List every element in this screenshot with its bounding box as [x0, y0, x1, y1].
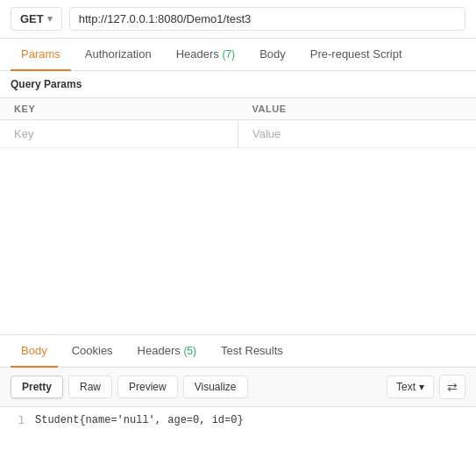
line-number: 1 [11, 414, 25, 444]
key-cell[interactable]: Key [0, 120, 238, 148]
raw-button[interactable]: Raw [68, 376, 112, 398]
code-content: Student{name='null', age=0, id=0} [35, 414, 244, 444]
method-select[interactable]: GET ▾ [11, 7, 62, 31]
response-tab-headers[interactable]: Headers (5) [127, 335, 207, 368]
format-bar: Pretty Raw Preview Visualize Text ▾ ⇄ [0, 368, 476, 407]
table-row: Key Value [0, 120, 476, 148]
middle-space [0, 148, 476, 334]
chevron-down-icon: ▾ [419, 381, 424, 393]
params-table: KEY VALUE Key Value [0, 97, 476, 148]
code-area: 1 Student{name='null', age=0, id=0} [0, 407, 476, 451]
response-tab-body[interactable]: Body [11, 335, 58, 368]
tab-body[interactable]: Body [249, 39, 296, 71]
chevron-down-icon: ▾ [47, 13, 53, 25]
pretty-button[interactable]: Pretty [11, 376, 63, 398]
tab-params[interactable]: Params [11, 39, 71, 71]
method-label: GET [20, 12, 44, 25]
response-tab-testresults[interactable]: Test Results [210, 335, 294, 368]
type-select[interactable]: Text ▾ [387, 376, 434, 398]
preview-button[interactable]: Preview [117, 376, 178, 398]
value-cell[interactable]: Value [238, 120, 477, 148]
tab-prerequest[interactable]: Pre-request Script [300, 39, 413, 71]
wrap-button[interactable]: ⇄ [439, 375, 465, 399]
response-tabs: Body Cookies Headers (5) Test Results [0, 335, 476, 368]
url-bar: GET ▾ [0, 0, 476, 39]
query-params-header: Query Params [0, 71, 476, 97]
response-section: Body Cookies Headers (5) Test Results Pr… [0, 334, 476, 451]
col-value: VALUE [238, 98, 477, 120]
col-key: KEY [0, 98, 238, 120]
tab-headers[interactable]: Headers (7) [166, 39, 245, 71]
request-tabs: Params Authorization Headers (7) Body Pr… [0, 39, 476, 71]
response-tab-cookies[interactable]: Cookies [61, 335, 124, 368]
type-label: Text [396, 381, 416, 393]
url-input[interactable] [69, 7, 465, 31]
main-content: Query Params KEY VALUE Key Value [0, 71, 476, 334]
visualize-button[interactable]: Visualize [183, 376, 248, 398]
tab-authorization[interactable]: Authorization [75, 39, 162, 71]
